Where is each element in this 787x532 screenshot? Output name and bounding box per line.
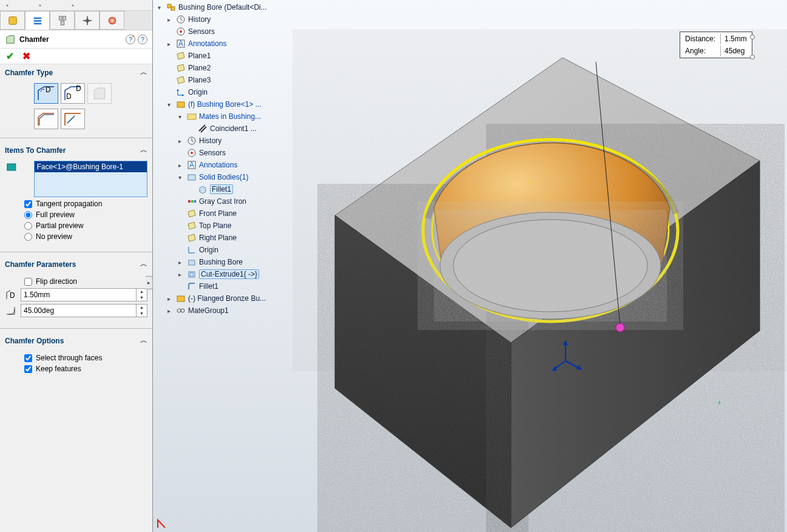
property-scroll[interactable]: Chamfer Type ︿ D DD <box>0 64 152 532</box>
expand-toggle[interactable]: ▾ <box>178 174 184 181</box>
expand-toggle[interactable]: ▸ <box>178 259 184 266</box>
chamfer-type-vertex[interactable] <box>87 83 112 104</box>
tree-item[interactable]: Fillet1 <box>210 184 233 194</box>
chamfer-type-offset-face[interactable] <box>34 109 58 129</box>
plane-icon <box>176 75 186 85</box>
tree-item[interactable]: Bushing Bore <box>199 258 243 266</box>
select-through-faces-checkbox[interactable] <box>24 354 32 362</box>
tree-item[interactable]: Mates in Bushing... <box>199 112 261 121</box>
tree-item[interactable]: Top Plane <box>199 221 231 230</box>
tree-item[interactable]: Plane1 <box>188 52 211 60</box>
tree-item[interactable]: Annotations <box>199 161 237 169</box>
chamfer-type-distance-distance[interactable]: DD <box>61 83 85 104</box>
tree-item[interactable]: Solid Bodies(1) <box>199 173 248 181</box>
callout-drag-handle[interactable] <box>750 35 755 39</box>
collapse-icon: ︿ <box>140 67 147 78</box>
section-items-header[interactable]: Items To Chamfer ︿ <box>0 142 152 158</box>
annotations-icon: A <box>176 39 186 49</box>
expand-toggle[interactable]: ▸ <box>167 41 174 47</box>
expand-toggle[interactable]: ▾ <box>167 101 174 108</box>
expand-toggle[interactable]: ▸ <box>178 138 184 144</box>
graphics-area[interactable]: + + Distance:1.5mm Angle:45deg ▾Bushing … <box>153 0 787 532</box>
svg-point-37 <box>616 323 624 332</box>
tree-item[interactable]: Gray Cast Iron <box>199 197 246 206</box>
selection-face-icon <box>5 161 18 173</box>
feature-manager-tab[interactable] <box>0 11 25 30</box>
tree-item[interactable]: Annotations <box>188 39 226 48</box>
tree-item[interactable]: (f) Bushing Bore<1> ... <box>188 100 262 109</box>
tree-item[interactable]: History <box>199 136 221 145</box>
selection-list[interactable]: Face<1>@Bushing Bore-1 <box>34 161 147 197</box>
svg-rect-61 <box>188 175 195 180</box>
full-preview-radio[interactable] <box>24 211 32 219</box>
svg-rect-71 <box>189 260 195 265</box>
tree-item[interactable]: Bushing Bore (Default<Di... <box>178 3 267 12</box>
tree-item[interactable]: MateGroup1 <box>188 306 229 315</box>
part-icon <box>176 99 186 109</box>
dimxpert-manager-tab[interactable] <box>75 11 100 30</box>
tree-item[interactable]: Plane2 <box>188 64 211 72</box>
dim-angle-value[interactable]: 45deg <box>720 45 751 56</box>
expand-toggle[interactable]: ▸ <box>167 308 174 314</box>
property-manager-tab[interactable] <box>25 11 50 30</box>
detailed-help-button[interactable]: ?✦ <box>126 35 135 44</box>
expand-toggle[interactable]: ▸ <box>178 162 184 169</box>
cancel-button[interactable]: ✖ <box>22 50 30 62</box>
flyout-feature-tree[interactable]: ▾Bushing Bore (Default<Di... ▸History Se… <box>158 1 279 317</box>
expand-toggle[interactable]: ▾ <box>178 113 184 120</box>
display-manager-tab[interactable] <box>100 11 124 30</box>
radio-label: No preview <box>36 232 72 241</box>
angle-icon <box>5 305 17 317</box>
dimension-callout[interactable]: Distance:1.5mm Angle:45deg <box>680 32 752 58</box>
solid-bodies-icon <box>187 172 197 182</box>
section-chamfer-type-header[interactable]: Chamfer Type ︿ <box>0 64 152 81</box>
svg-rect-74 <box>177 296 184 301</box>
svg-rect-3 <box>8 16 16 24</box>
angle-spinner[interactable]: ▲▼ <box>136 305 147 317</box>
tree-item[interactable]: Fillet1 <box>199 282 218 291</box>
expand-toggle[interactable]: ▸ <box>167 295 174 302</box>
partial-preview-radio[interactable] <box>24 222 32 230</box>
svg-rect-63 <box>188 200 191 203</box>
chamfer-type-face-face[interactable] <box>61 109 85 129</box>
no-preview-radio[interactable] <box>24 233 32 241</box>
panel-flyout-handle[interactable]: ▸ <box>146 276 153 289</box>
plane-icon <box>187 233 197 243</box>
svg-rect-65 <box>194 200 196 203</box>
tree-item[interactable]: Origin <box>188 88 208 96</box>
tree-item[interactable]: Right Plane <box>199 234 237 242</box>
tree-item[interactable]: (-) Flanged Bronze Bu... <box>188 294 266 303</box>
tree-item[interactable]: Cut-Extrude1{ ->} <box>199 269 259 279</box>
tangent-propagation-checkbox[interactable] <box>24 200 32 208</box>
callout-drag-handle[interactable] <box>750 55 755 59</box>
ok-button[interactable]: ✔ <box>6 50 14 62</box>
expand-toggle[interactable]: ▸ <box>167 16 174 23</box>
chamfer-type-angle-distance[interactable]: D <box>34 83 58 104</box>
distance-spinner[interactable]: ▲▼ <box>136 289 147 301</box>
help-button[interactable]: ? <box>138 35 147 44</box>
svg-rect-19 <box>7 164 16 170</box>
tree-item[interactable]: History <box>188 15 211 24</box>
tree-item[interactable]: Plane3 <box>188 76 211 84</box>
coincident-mate-icon <box>198 124 208 133</box>
tree-item[interactable]: Coincident1 ... <box>210 124 257 133</box>
checkbox-label: Keep features <box>36 365 81 373</box>
tree-item[interactable]: Sensors <box>199 149 226 157</box>
svg-point-27 <box>453 220 647 312</box>
distance-input[interactable] <box>21 291 136 299</box>
angle-input[interactable] <box>21 306 136 315</box>
section-params-header[interactable]: Chamfer Parameters ︿ <box>0 256 152 272</box>
section-options-header[interactable]: Chamfer Options ︿ <box>0 332 152 349</box>
keep-features-checkbox[interactable] <box>24 365 32 373</box>
dim-distance-value[interactable]: 1.5mm <box>720 33 751 44</box>
tree-item[interactable]: Origin <box>199 246 218 254</box>
configuration-manager-tab[interactable] <box>50 11 75 30</box>
section-label: Chamfer Options <box>5 337 64 345</box>
selection-item[interactable]: Face<1>@Bushing Bore-1 <box>35 161 147 172</box>
flip-direction-checkbox[interactable] <box>24 278 32 286</box>
expand-toggle[interactable]: ▸ <box>178 271 184 278</box>
expand-toggle[interactable]: ▾ <box>158 4 164 11</box>
tree-item[interactable]: Front Plane <box>199 209 237 218</box>
svg-text:D: D <box>66 92 72 101</box>
tree-item[interactable]: Sensors <box>188 27 215 36</box>
